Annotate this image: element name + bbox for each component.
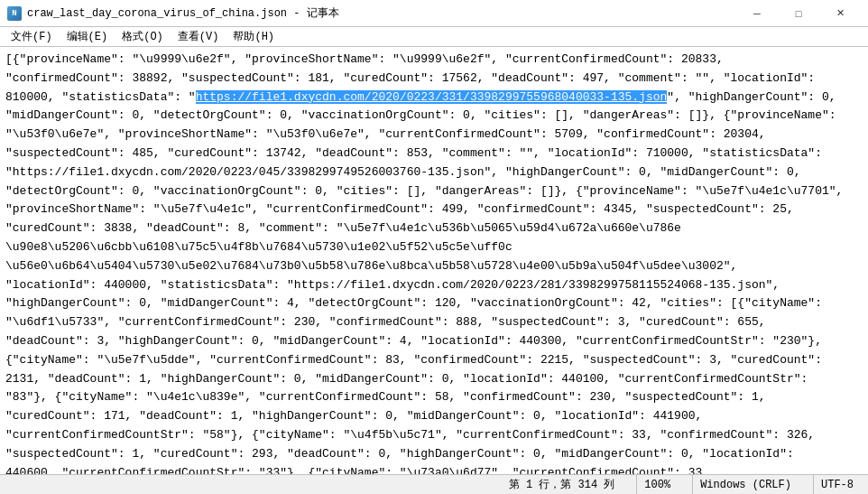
line-ending: Windows (CRLF): [692, 475, 799, 494]
status-bar: 第 1 行，第 314 列 100% Windows (CRLF) UTF-8: [0, 474, 868, 494]
menu-bar: 文件(F) 编辑(E) 格式(O) 查看(V) 帮助(H): [0, 27, 868, 47]
text-editor[interactable]: [{"provinceName": "\u9999\u6e2f", "provi…: [0, 47, 868, 474]
close-button[interactable]: ✕: [819, 0, 861, 27]
window-controls: ─ □ ✕: [736, 0, 861, 27]
statistics-link[interactable]: https://file1.dxycdn.com/2020/0223/331/3…: [196, 90, 668, 104]
content-area: [{"provinceName": "\u9999\u6e2f", "provi…: [0, 47, 868, 474]
encoding: UTF-8: [813, 475, 861, 494]
title-bar: N craw_last_day_corona_virus_of_china.js…: [0, 0, 868, 27]
menu-help[interactable]: 帮助(H): [226, 27, 282, 47]
menu-format[interactable]: 格式(O): [115, 27, 171, 47]
minimize-button[interactable]: ─: [736, 0, 778, 27]
cursor-position: 第 1 行，第 314 列: [502, 475, 623, 494]
maximize-button[interactable]: □: [778, 0, 819, 27]
app-icon: N: [7, 6, 22, 21]
title-bar-left: N craw_last_day_corona_virus_of_china.js…: [7, 5, 339, 21]
menu-edit[interactable]: 编辑(E): [60, 27, 115, 47]
zoom-level: 100%: [636, 475, 678, 494]
menu-file[interactable]: 文件(F): [4, 27, 60, 47]
menu-view[interactable]: 查看(V): [171, 27, 226, 47]
window-title: craw_last_day_corona_virus_of_china.json…: [27, 5, 339, 21]
